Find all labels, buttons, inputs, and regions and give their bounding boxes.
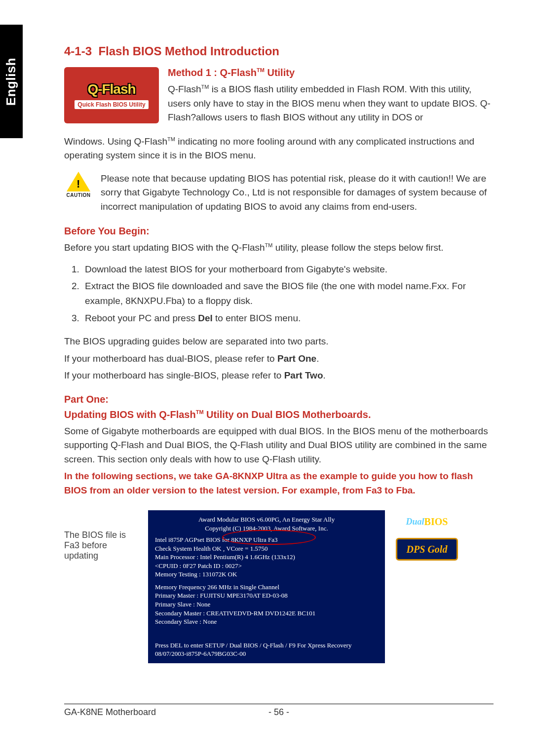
bios-line: Award Modular BIOS v6.00PG, An Energy St… [155, 515, 378, 524]
qflash-logo-main: Q-Flash [87, 81, 135, 97]
step-item: Reboot your PC and press Del to enter BI… [82, 311, 494, 326]
steps-list: Download the latest BIOS for your mother… [75, 262, 494, 326]
qflash-logo: Q-Flash Quick Flash BIOS Utility [64, 67, 159, 123]
part-one-desc: Some of Gigabyte motherboards are equipp… [64, 424, 494, 467]
badges-column: DualBIOS DPS Gold [395, 510, 459, 663]
part-one-bold: In the following sections, we take GA-8K… [64, 469, 494, 497]
step-item: Extract the BIOS file downloaded and sav… [82, 279, 494, 309]
language-tab: English [0, 25, 23, 138]
intro-para-1: Q-FlashTM is a BIOS flash utility embedd… [168, 82, 494, 125]
before-begin-intro: Before you start updating BIOS with the … [64, 241, 494, 255]
intro-para-2: Windows. Using Q-FlashTM indicating no m… [64, 135, 494, 163]
language-tab-label: English [4, 57, 19, 105]
bios-line: Memory Frequency 266 MHz in Single Chann… [155, 583, 378, 592]
bios-line: Secondary Slave : None [155, 617, 378, 626]
part-one-heading: Part One: [64, 394, 494, 405]
guides-line2: If your motherboard has dual-BIOS, pleas… [64, 352, 494, 366]
caution-icon: CAUTION [64, 172, 93, 217]
guides-line3: If your motherboard has single-BIOS, ple… [64, 369, 494, 383]
caution-text: Please note that because updating BIOS h… [101, 172, 494, 214]
bios-line: Secondary Master : CREATIVEDVD-RM DVD124… [155, 609, 378, 618]
method1-heading: Method 1 : Q-FlashTM Utility [168, 67, 494, 78]
highlight-circle-icon [222, 530, 316, 545]
footer-page-number: - 56 - [268, 707, 289, 718]
before-begin-heading: Before You Begin: [64, 226, 494, 237]
part-one-subheading: Updating BIOS with Q-FlashTM Utility on … [64, 409, 494, 420]
bios-line: 08/07/2003-i875P-6A79BG03C-00 [155, 649, 378, 658]
page-footer: GA-K8NE Motherboard - 56 - [64, 704, 494, 718]
warning-triangle-icon [67, 172, 90, 191]
bios-line: Check System Health OK , VCore = 1.5750 [155, 544, 378, 553]
bios-line: Primary Slave : None [155, 600, 378, 609]
bios-line: Main Processor : Intel Pentium(R) 4 1.6G… [155, 553, 378, 562]
step-item: Download the latest BIOS for your mother… [82, 262, 494, 277]
qflash-logo-sub: Quick Flash BIOS Utility [75, 100, 148, 109]
screenshot-note: The BIOS file is Fa3 before updating [64, 510, 138, 663]
bios-line: <CPUID : 0F27 Patch ID : 0027> [155, 562, 378, 570]
section-title: Flash BIOS Method Introduction [98, 44, 279, 58]
dps-gold-badge: DPS Gold [396, 538, 458, 561]
caution-label: CAUTION [66, 192, 90, 198]
section-heading: 4-1-3 Flash BIOS Method Introduction [64, 44, 494, 58]
dual-bios-badge: DualBIOS [396, 510, 458, 533]
guides-line1: The BIOS upgrading guides below are sepa… [64, 335, 494, 349]
section-number: 4-1-3 [64, 44, 92, 58]
footer-left: GA-K8NE Motherboard [64, 707, 156, 718]
bios-line: Memory Testing : 131072K OK [155, 570, 378, 579]
bios-line: Primary Master : FUJITSU MPE3170AT ED-03… [155, 591, 378, 600]
bios-screenshot: Award Modular BIOS v6.00PG, An Energy St… [148, 510, 385, 663]
bios-line: Press DEL to enter SETUP / Dual BIOS / Q… [155, 641, 378, 650]
tm-mark: TM [257, 67, 265, 73]
